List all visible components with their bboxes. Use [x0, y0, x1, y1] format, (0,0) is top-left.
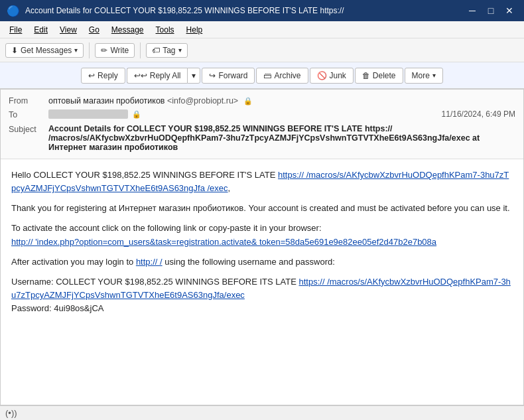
to-label: To	[9, 109, 48, 119]
window-controls: ─ □ ✕	[464, 4, 517, 17]
get-messages-label: Get Messages	[21, 46, 72, 55]
recipient-address	[48, 109, 128, 119]
activation-link[interactable]: http:// 'index.php?option=com_users&task…	[11, 237, 436, 247]
delete-button[interactable]: 🗑 Delete	[355, 68, 403, 84]
action-toolbar: ↩ Reply ↩↩ Reply All ▾ ↪ Forward 🗃 Archi…	[0, 62, 524, 89]
email-body: Hello COLLECT YOUR $198,852.25 WINNINGS …	[1, 159, 523, 403]
delete-icon: 🗑	[362, 71, 370, 80]
write-icon: ✏	[101, 46, 107, 55]
write-label: Write	[110, 46, 129, 55]
from-value: оптовый магазин пробиотиков <info@probio…	[48, 96, 515, 105]
from-row: From оптовый магазин пробиотиков <info@p…	[9, 94, 515, 107]
credentials-paragraph: Username: COLLECT YOUR $198,852.25 WINNI…	[11, 275, 513, 315]
app-icon: 🔵	[7, 5, 20, 17]
forward-icon: ↪	[209, 71, 216, 80]
delete-label: Delete	[373, 71, 396, 80]
menu-go[interactable]: Go	[84, 24, 105, 36]
junk-button[interactable]: 🚫 Junk	[310, 68, 354, 84]
close-button[interactable]: ✕	[501, 4, 517, 17]
thank-you-paragraph: Thank you for registering at Интернет ма…	[11, 202, 513, 215]
email-date: 11/16/2024, 6:49 PM	[442, 109, 515, 119]
status-bar: (•))	[0, 405, 524, 420]
forward-label: Forward	[218, 71, 247, 80]
menu-file[interactable]: File	[4, 24, 27, 36]
get-messages-button[interactable]: ⬇ Get Messages ▾	[5, 43, 84, 58]
reply-label: Reply	[98, 71, 118, 80]
sender-email: <info@probiopt.ru>	[167, 96, 238, 105]
archive-label: Archive	[274, 71, 300, 80]
write-button[interactable]: ✏ Write	[95, 43, 135, 58]
menu-view[interactable]: View	[54, 24, 82, 36]
reply-all-icon: ↩↩	[134, 71, 147, 80]
menu-tools[interactable]: Tools	[151, 24, 180, 36]
toolbar-divider-1	[89, 42, 90, 58]
reply-all-dropdown[interactable]: ▾	[187, 68, 200, 84]
reply-all-button[interactable]: ↩↩ Reply All	[127, 68, 188, 84]
menu-edit[interactable]: Edit	[29, 24, 53, 36]
forward-button[interactable]: ↪ Forward	[202, 68, 255, 84]
after-activation-text: After activation you may login to	[11, 257, 133, 267]
email-container: From оптовый магазин пробиотиков <info@p…	[0, 89, 524, 405]
security-icon: 🔒	[243, 97, 253, 105]
using-text: using the following username and passwor…	[164, 257, 335, 267]
greeting-text: Hello COLLECT YOUR $198,852.25 WINNINGS …	[11, 170, 275, 180]
to-row: To 🔒 11/16/2024, 6:49 PM	[9, 107, 515, 121]
menu-bar: File Edit View Go Message Tools Help	[0, 21, 524, 38]
reply-all-group: ↩↩ Reply All ▾	[127, 68, 201, 84]
toolbar: ⬇ Get Messages ▾ ✏ Write 🏷 Tag ▾	[0, 38, 524, 62]
tag-dropdown-icon[interactable]: ▾	[178, 46, 182, 54]
main-content: ↩ Reply ↩↩ Reply All ▾ ↪ Forward 🗃 Archi…	[0, 62, 524, 420]
email-headers: From оптовый магазин пробиотиков <info@p…	[1, 90, 523, 159]
reply-icon: ↩	[88, 71, 95, 80]
junk-label: Junk	[330, 71, 346, 80]
title-bar: 🔵 Account Details for COLLECT YOUR $198,…	[0, 0, 524, 21]
get-messages-dropdown-icon[interactable]: ▾	[74, 46, 78, 54]
get-messages-icon: ⬇	[11, 46, 18, 55]
archive-icon: 🗃	[263, 71, 271, 80]
subject-label: Subject	[9, 124, 48, 134]
tag-button[interactable]: 🏷 Tag ▾	[146, 43, 187, 58]
wifi-icon: (•))	[5, 408, 17, 418]
tag-label: Tag	[163, 46, 175, 55]
login-paragraph: After activation you may login to http:/…	[11, 255, 513, 269]
reply-all-label: Reply All	[150, 71, 181, 80]
minimize-button[interactable]: ─	[464, 4, 480, 17]
menu-message[interactable]: Message	[106, 24, 149, 36]
subject-row: Subject Account Details for COLLECT YOUR…	[9, 121, 515, 155]
junk-icon: 🚫	[317, 71, 327, 80]
window-title: Account Details for COLLECT YOUR $198,85…	[25, 6, 459, 15]
username-text: Username: COLLECT YOUR $198,852.25 WINNI…	[11, 277, 296, 287]
menu-help[interactable]: Help	[181, 24, 208, 36]
sender-name: оптовый магазин пробиотиков	[48, 96, 164, 105]
more-label: More	[412, 71, 430, 80]
toolbar-divider-2	[140, 42, 141, 58]
login-link[interactable]: http:// /	[136, 257, 163, 267]
maximize-button[interactable]: □	[483, 4, 499, 17]
activate-paragraph: To activate the account click on the fol…	[11, 222, 513, 248]
more-button[interactable]: More ▾	[405, 68, 443, 84]
tag-icon: 🏷	[152, 46, 160, 55]
password-text: Password: 4ui98os&jCA	[11, 303, 103, 313]
activate-text: To activate the account click on the fol…	[11, 223, 322, 233]
reply-button[interactable]: ↩ Reply	[81, 68, 125, 84]
archive-button[interactable]: 🗃 Archive	[256, 68, 308, 84]
from-label: From	[9, 96, 48, 105]
greeting-paragraph: Hello COLLECT YOUR $198,852.25 WINNINGS …	[11, 169, 513, 195]
subject-text: Account Details for COLLECT YOUR $198,85…	[48, 124, 515, 152]
recipient-security-icon: 🔒	[132, 110, 141, 119]
more-dropdown-icon: ▾	[432, 72, 436, 79]
